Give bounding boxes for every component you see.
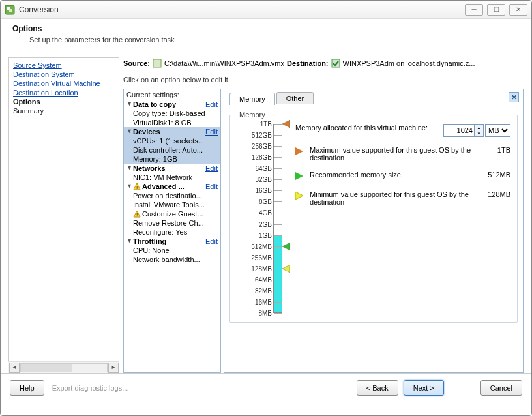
nav-destination-system[interactable]: Destination System: [12, 70, 116, 79]
tick-16MB: 16MB: [255, 298, 272, 305]
memory-spinner[interactable]: ▲▼ MB: [443, 124, 510, 137]
group-devices[interactable]: ▼DevicesEdit: [124, 127, 220, 136]
svg-text:!: !: [136, 212, 138, 218]
legend-min: Minimum value supported for this guest O…: [295, 190, 510, 206]
detail-panel: ✕ Memory Other Memory: [224, 89, 524, 373]
nav-destination-location[interactable]: Destination Location: [12, 88, 116, 97]
settings-header: Current settings:: [124, 89, 220, 100]
edit-networks[interactable]: Edit: [203, 164, 218, 172]
nav-destination-vm[interactable]: Destination Virtual Machine: [12, 79, 116, 88]
help-button[interactable]: Help: [10, 380, 44, 396]
window-title: Conversion: [19, 5, 465, 14]
settings-panel: Current settings: ▼Data to copyEdit Copy…: [123, 89, 221, 373]
memory-fieldset: Memory 1TB512GB256GB128GB64GB32GB16GB8GB…: [229, 111, 518, 323]
tick-8MB: 8MB: [258, 310, 272, 317]
tick-2GB: 2GB: [259, 220, 272, 228]
item-reconfigure[interactable]: Reconfigure: Yes: [124, 228, 220, 237]
nav-current-options: Options: [12, 97, 116, 106]
tab-other[interactable]: Other: [276, 92, 314, 104]
next-button[interactable]: Next >: [404, 380, 444, 396]
triangle-yellow-icon: [295, 192, 303, 201]
svg-text:!: !: [136, 185, 138, 190]
nav-scrollbar[interactable]: ◄ ►: [8, 361, 119, 373]
close-button[interactable]: ✕: [509, 4, 527, 16]
item-vcpus[interactable]: vCPUs: 1 (1 sockets...: [124, 136, 220, 145]
footer: Help Export diagnostic logs... < Back Ne…: [1, 373, 531, 402]
memory-slider[interactable]: 1TB512GB256GB128GB64GB32GB16GB8GB4GB2GB1…: [237, 124, 286, 313]
step-nav: Source System Destination System Destina…: [8, 57, 119, 361]
source-path: C:\data\Wi...min\WINXPSP3Adm.vmx: [164, 59, 284, 67]
spin-down-icon[interactable]: ▼: [475, 130, 483, 136]
item-nic1[interactable]: NIC1: VM Network: [124, 173, 220, 182]
tick-128GB: 128GB: [252, 154, 272, 161]
memory-legend: Memory: [237, 111, 268, 119]
tick-8GB: 8GB: [259, 198, 272, 205]
item-customize-guest[interactable]: !Customize Guest...: [124, 209, 220, 218]
nav-summary: Summary: [12, 106, 116, 115]
item-copy-type[interactable]: Copy type: Disk-based: [124, 109, 220, 118]
svg-marker-13: [295, 172, 303, 180]
tick-512GB: 512GB: [252, 132, 272, 139]
tick-512MB: 512MB: [251, 243, 272, 250]
destination-text: WINXPSP3Adm on localhost.dynamic.z...: [343, 59, 475, 67]
item-virtualdisk1[interactable]: VirtualDisk1: 8 GB: [124, 118, 220, 127]
item-network-bw[interactable]: Network bandwidth...: [124, 255, 220, 264]
group-networks[interactable]: ▼NetworksEdit: [124, 164, 220, 173]
group-data-to-copy[interactable]: ▼Data to copyEdit: [124, 100, 220, 109]
wizard-header: Options Set up the parameters for the co…: [1, 19, 531, 46]
tick-32GB: 32GB: [255, 176, 272, 183]
minimize-button[interactable]: ─: [465, 4, 483, 16]
source-destination-bar: Source: C:\data\Wi...min\WINXPSP3Adm.vmx…: [123, 57, 524, 69]
tick-256MB: 256MB: [251, 254, 272, 261]
alloc-label: Memory allocated for this virtual machin…: [295, 124, 438, 132]
source-icon: [153, 59, 162, 68]
tick-4GB: 4GB: [259, 209, 272, 216]
group-throttling[interactable]: ▼ThrottlingEdit: [124, 237, 220, 246]
group-advanced[interactable]: ▼!Advanced ...Edit: [124, 182, 220, 191]
item-install-tools[interactable]: Install VMware Tools...: [124, 200, 220, 209]
triangle-orange-icon: [295, 147, 303, 156]
edit-advanced[interactable]: Edit: [203, 183, 218, 190]
edit-devices[interactable]: Edit: [203, 128, 218, 136]
tick-1TB: 1TB: [260, 121, 272, 128]
tick-256GB: 256GB: [252, 143, 272, 150]
destination-icon: [331, 59, 340, 68]
edit-data-to-copy[interactable]: Edit: [203, 100, 218, 108]
item-power-on[interactable]: Power on destinatio...: [124, 191, 220, 200]
tick-64GB: 64GB: [255, 165, 272, 172]
scroll-right-icon[interactable]: ►: [108, 363, 119, 373]
scroll-thumb[interactable]: [21, 364, 72, 372]
warning-icon: !: [133, 210, 141, 218]
nav-source-system[interactable]: Source System: [12, 61, 116, 70]
tick-16GB: 16GB: [255, 187, 272, 194]
svg-marker-9: [282, 120, 290, 128]
svg-rect-4: [332, 59, 340, 67]
memory-input[interactable]: [443, 124, 475, 137]
tab-bar: Memory Other: [229, 92, 518, 104]
tick-64MB: 64MB: [255, 276, 272, 283]
spin-up-icon[interactable]: ▲: [475, 125, 483, 130]
page-title: Options: [12, 24, 520, 33]
item-remove-restore[interactable]: Remove Restore Ch...: [124, 218, 220, 228]
warning-icon: !: [133, 183, 141, 190]
export-logs-link[interactable]: Export diagnostic logs...: [50, 384, 351, 392]
svg-marker-14: [295, 192, 303, 200]
back-button[interactable]: < Back: [357, 380, 398, 396]
svg-marker-11: [282, 265, 290, 273]
instruction-text: Click on an option below to edit it.: [123, 69, 524, 89]
item-disk-controller[interactable]: Disk controller: Auto...: [124, 145, 220, 155]
memory-unit-select[interactable]: MB: [485, 124, 510, 137]
marker-minimum: [282, 265, 290, 273]
panel-close-button[interactable]: ✕: [509, 92, 519, 102]
triangle-green-icon: [295, 172, 303, 181]
maximize-button[interactable]: ☐: [487, 4, 505, 16]
svg-marker-10: [282, 243, 290, 250]
svg-marker-12: [295, 147, 303, 155]
cancel-button[interactable]: Cancel: [480, 380, 522, 396]
item-cpu-none[interactable]: CPU: None: [124, 246, 220, 255]
scroll-left-icon[interactable]: ◄: [9, 363, 20, 373]
edit-throttling[interactable]: Edit: [203, 237, 218, 245]
marker-maximum: [282, 120, 290, 128]
item-memory[interactable]: Memory: 1GB: [124, 155, 220, 164]
tab-memory[interactable]: Memory: [229, 93, 275, 105]
